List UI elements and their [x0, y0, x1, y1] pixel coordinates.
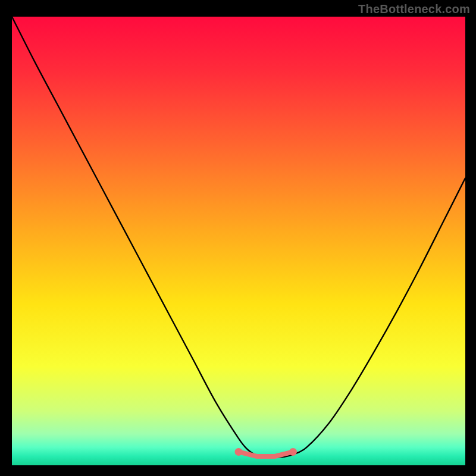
chart-container: TheBottleneck.com [0, 0, 476, 476]
svg-rect-0 [12, 17, 465, 465]
plot-area [12, 17, 465, 465]
gradient-background [12, 17, 465, 465]
watermark-text: TheBottleneck.com [358, 2, 470, 16]
